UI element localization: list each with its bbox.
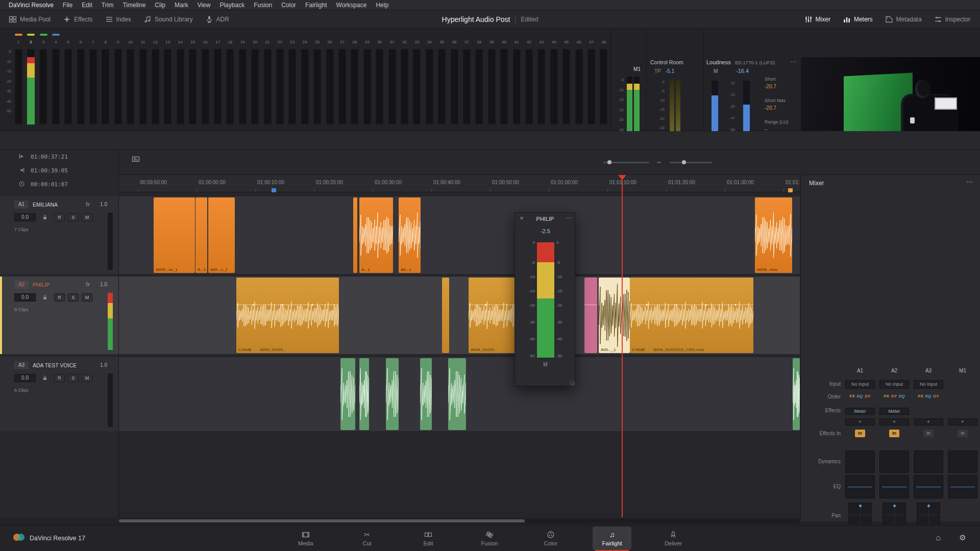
- lock-icon[interactable]: [42, 294, 48, 300]
- timeline-ruler[interactable]: 00:59:50:0001:00:00:0001:00:10:0001:00:2…: [119, 175, 800, 192]
- audio-clip[interactable]: A004_01020213_C001.mov0.00dB: [630, 278, 753, 353]
- audio-clip[interactable]: [420, 358, 432, 430]
- audio-clip[interactable]: [353, 197, 357, 273]
- close-icon[interactable]: ×: [518, 214, 525, 222]
- menu-fusion[interactable]: Fusion: [249, 0, 277, 10]
- track-header-a3[interactable]: A3ADA TEST VOICE1.00.0RSM6 Clips: [0, 357, 118, 431]
- track-fx-label[interactable]: fx: [86, 202, 95, 208]
- mixer-eq-box[interactable]: [948, 475, 977, 498]
- page-cut[interactable]: ✂Cut: [348, 527, 386, 550]
- track-gain-box[interactable]: 0.0: [14, 213, 36, 221]
- mixer-input-select[interactable]: No Input: [879, 380, 909, 389]
- mixer-order-row[interactable]: FXEQDY: [844, 394, 876, 400]
- menu-playback[interactable]: Playback: [215, 0, 249, 10]
- menu-davinci-resolve[interactable]: DaVinci Resolve: [4, 0, 58, 10]
- track-r-button[interactable]: R: [54, 374, 65, 382]
- page-fusion[interactable]: Fusion: [470, 527, 509, 550]
- track-s-button[interactable]: S: [68, 293, 79, 302]
- mixer-add-effect-button[interactable]: +: [845, 418, 875, 425]
- mixer-options-icon[interactable]: ⋯: [966, 178, 973, 186]
- menu-edit[interactable]: Edit: [77, 0, 97, 10]
- track-gain-box[interactable]: 0.0: [14, 374, 36, 382]
- button-meters[interactable]: Meters: [837, 13, 878, 26]
- horizontal-scrollbar-thumb[interactable]: [119, 519, 525, 522]
- track-r-button[interactable]: R: [54, 213, 65, 221]
- mixer-order-row[interactable]: FXEQDY: [912, 394, 945, 400]
- menu-help[interactable]: Help: [371, 0, 393, 10]
- mixer-dynamics-box[interactable]: [948, 450, 977, 473]
- mixer-effects-in-button[interactable]: In: [958, 430, 968, 437]
- zoom-slider-horizontal-knob[interactable]: [607, 160, 611, 164]
- menu-workspace[interactable]: Workspace: [332, 0, 372, 10]
- track-r-button[interactable]: R: [54, 293, 65, 302]
- track-s-button[interactable]: S: [68, 213, 79, 221]
- float-meter-options-icon[interactable]: ⋯: [566, 214, 574, 222]
- timeline-view-options-icon[interactable]: [132, 155, 142, 165]
- zoom-slider-vertical[interactable]: [670, 162, 713, 163]
- home-icon[interactable]: ⌂: [933, 533, 943, 543]
- lock-icon[interactable]: [42, 375, 48, 381]
- audio-clip[interactable]: A008...mov: [755, 197, 792, 273]
- track-m-button[interactable]: M: [82, 374, 92, 382]
- gear-icon[interactable]: ⚙: [958, 533, 968, 543]
- page-edit[interactable]: Edit: [409, 527, 448, 550]
- mixer-effects-in-button[interactable]: In: [889, 430, 899, 437]
- automation-points[interactable]: [586, 304, 595, 306]
- timeline-marker-blue[interactable]: [272, 188, 276, 192]
- audio-clip[interactable]: A00..._1: [599, 278, 630, 353]
- audio-clip[interactable]: A0...1: [399, 197, 421, 273]
- audio-clip[interactable]: [448, 358, 466, 430]
- track-fx-label[interactable]: fx: [86, 282, 95, 288]
- track-gain-box[interactable]: 0.0: [14, 293, 36, 302]
- audio-clip[interactable]: [793, 358, 800, 430]
- mixer-effects-chip[interactable]: Meter: [879, 408, 909, 415]
- automation-points[interactable]: [238, 304, 337, 306]
- mixer-add-effect-button[interactable]: +: [914, 418, 943, 425]
- mixer-pan-box[interactable]: [917, 503, 940, 527]
- mixer-input-select[interactable]: No Input: [845, 380, 875, 389]
- track-header-a2[interactable]: A2PHILIPfx1.00.0RSM8 Clips: [0, 277, 118, 354]
- audio-clip[interactable]: [359, 358, 369, 430]
- audio-clip[interactable]: [584, 278, 597, 353]
- page-deliver[interactable]: Deliver: [654, 527, 693, 550]
- automation-points[interactable]: [632, 304, 751, 306]
- audio-clip[interactable]: [340, 358, 355, 430]
- audio-clip[interactable]: A...1: [359, 197, 393, 273]
- mixer-eq-box[interactable]: [845, 475, 875, 498]
- track-s-button[interactable]: S: [68, 374, 79, 382]
- mixer-dynamics-box[interactable]: [845, 450, 875, 473]
- menu-clip[interactable]: Clip: [150, 0, 170, 10]
- mixer-pan-box[interactable]: [883, 503, 906, 527]
- track-m-button[interactable]: M: [82, 293, 92, 302]
- menu-timeline[interactable]: Timeline: [118, 0, 150, 10]
- menu-mark[interactable]: Mark: [170, 0, 193, 10]
- mixer-eq-box[interactable]: [879, 475, 909, 498]
- mixer-eq-box[interactable]: [914, 475, 943, 498]
- audio-clip[interactable]: [386, 358, 399, 430]
- mixer-effects-in-button[interactable]: In: [855, 430, 865, 437]
- zoom-slider-vertical-knob[interactable]: [682, 160, 686, 164]
- zoom-fit-icon[interactable]: ↔: [654, 158, 664, 167]
- mixer-effects-chip[interactable]: Meter: [845, 408, 875, 415]
- menu-fairlight[interactable]: Fairlight: [301, 0, 332, 10]
- audio-clip[interactable]: [442, 278, 449, 353]
- mixer-dynamics-box[interactable]: [914, 450, 943, 473]
- playhead-head[interactable]: [618, 175, 626, 180]
- mixer-dynamics-box[interactable]: [879, 450, 909, 473]
- lock-icon[interactable]: [42, 214, 48, 220]
- loudness-options-icon[interactable]: ⋯: [790, 58, 798, 65]
- mixer-input-select[interactable]: No Input: [914, 380, 943, 389]
- button-inspector[interactable]: Inspector: [928, 13, 976, 26]
- button-metadata[interactable]: Metadata: [879, 13, 927, 26]
- mixer-effects-in-button[interactable]: In: [923, 430, 934, 437]
- audio-clip[interactable]: A005...ov_1: [154, 197, 195, 273]
- menu-file[interactable]: File: [58, 0, 77, 10]
- track-header-a1[interactable]: A1EMILIANAfx1.00.0RSM7 Clips: [0, 196, 118, 274]
- menu-color[interactable]: Color: [277, 0, 301, 10]
- track-m-button[interactable]: M: [82, 213, 92, 221]
- timeline-marker-orange[interactable]: [788, 188, 793, 192]
- menu-trim[interactable]: Trim: [97, 0, 118, 10]
- audio-clip[interactable]: A00...v_1: [208, 197, 235, 273]
- button-mixer[interactable]: Mixer: [799, 13, 836, 26]
- page-fairlight[interactable]: ♫Fairlight: [593, 527, 631, 550]
